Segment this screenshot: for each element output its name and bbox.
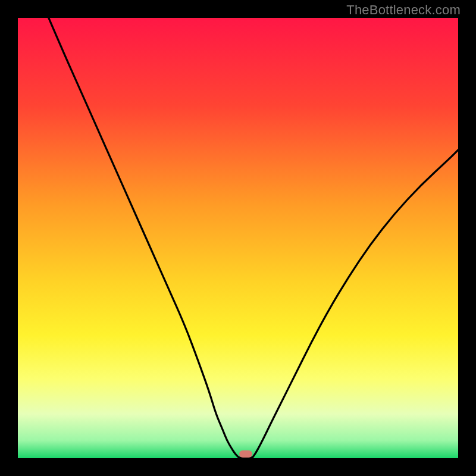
minimum-marker (239, 450, 252, 458)
bottleneck-curve (18, 18, 458, 458)
plot-area (18, 18, 458, 458)
watermark-text: TheBottleneck.com (346, 2, 461, 18)
chart-frame: TheBottleneck.com (0, 0, 476, 476)
